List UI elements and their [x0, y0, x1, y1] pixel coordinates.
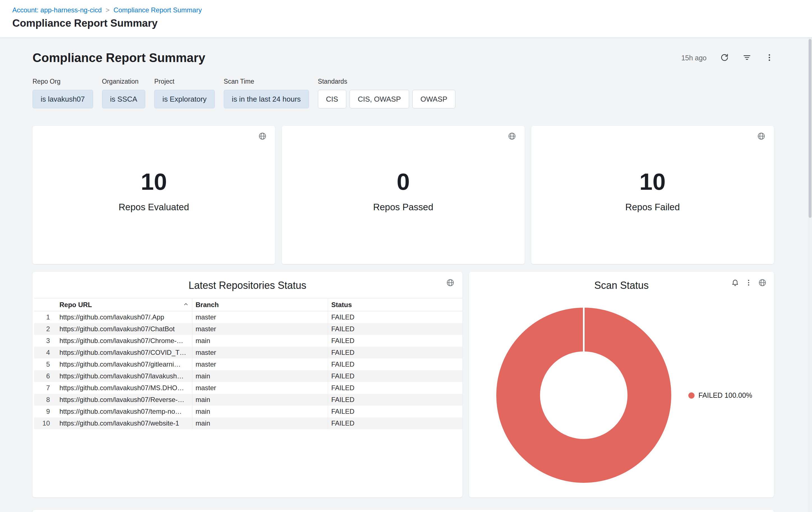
status-cell: FAILED — [328, 347, 462, 358]
filter-chip-organization[interactable]: is SSCA — [102, 90, 146, 108]
table-row: 4 https://github.com/lavakush07/COVID_T…… — [34, 347, 462, 358]
row-number: 5 — [34, 358, 56, 370]
row-number: 2 — [34, 323, 56, 335]
branch-cell: master — [192, 382, 328, 394]
status-cell: FAILED — [328, 406, 462, 417]
repo-url-cell: https://github.com/lavakush07/.App — [56, 311, 192, 323]
dashboard-content: Compliance Report Summary 15h ago — [0, 37, 812, 512]
refresh-icon — [720, 53, 729, 63]
row-number: 4 — [34, 347, 56, 358]
table-row: 2 https://github.com/lavakush07/ChatBot … — [34, 323, 462, 335]
breadcrumb-current-link[interactable]: Compliance Report Summary — [114, 6, 202, 14]
globe-icon — [758, 278, 766, 288]
filter-chip-repo-org[interactable]: is lavakush07 — [32, 90, 93, 108]
scan-status-title: Scan Status — [469, 272, 774, 291]
refresh-button[interactable] — [720, 53, 729, 63]
filter-chip-scan-time[interactable]: is in the last 24 hours — [224, 90, 309, 108]
repo-url-cell: https://github.com/lavakush07/ChatBot — [56, 323, 192, 335]
branch-cell: main — [192, 417, 328, 429]
kebab-menu-icon — [765, 53, 774, 63]
repo-table-title: Latest Repositories Status — [32, 272, 462, 291]
table-header-row: Repo URL Branch Sta — [34, 298, 462, 311]
stat-cards-row: 10 Repos Evaluated 0 Repos Passed — [32, 126, 774, 264]
page-title: Compliance Report Summary — [12, 18, 812, 29]
row-number: 1 — [34, 311, 56, 323]
dashboard-title: Compliance Report Summary — [32, 51, 205, 65]
table-row: 6 https://github.com/lavakush07/lavakush… — [34, 370, 462, 382]
branch-cell: master — [192, 358, 328, 370]
stat-value-repos-passed: 0 — [397, 170, 410, 193]
repo-url-cell: https://github.com/lavakush07/gitlearni… — [56, 358, 192, 370]
standards-option-cis-owasp[interactable]: CIS, OWASP — [350, 90, 409, 108]
row-number: 3 — [34, 335, 56, 347]
page-header: Account: app-harness-ng-cicd > Complianc… — [0, 0, 812, 37]
filter-icon — [743, 53, 751, 63]
sort-ascending-icon — [183, 301, 189, 309]
stat-label-repos-failed: Repos Failed — [625, 202, 680, 213]
status-cell: FAILED — [328, 394, 462, 406]
status-cell: FAILED — [328, 358, 462, 370]
last-updated-label: 15h ago — [682, 54, 706, 62]
legend-dot — [688, 393, 695, 399]
stat-label-repos-evaluated: Repos Evaluated — [119, 202, 189, 213]
repo-url-cell: https://github.com/lavakush07/lavakush… — [56, 370, 192, 382]
column-header-repo-url[interactable]: Repo URL — [56, 298, 192, 311]
standards-option-cis[interactable]: CIS — [318, 90, 346, 108]
branch-cell: main — [192, 394, 328, 406]
kebab-menu-icon — [745, 279, 753, 288]
stat-label-repos-passed: Repos Passed — [373, 202, 433, 213]
table-row: 9 https://github.com/lavakush07/temp-no…… — [34, 406, 462, 417]
stat-card-repos-evaluated: 10 Repos Evaluated — [32, 126, 275, 264]
repo-url-cell: https://github.com/lavakush07/website-1 — [56, 417, 192, 429]
dashboard-menu-button[interactable] — [765, 53, 774, 63]
status-cell: FAILED — [328, 417, 462, 429]
branch-cell: main — [192, 335, 328, 347]
repo-url-cell: https://github.com/lavakush07/MS.DHO… — [56, 382, 192, 394]
donut-legend-failed[interactable]: FAILED 100.00% — [688, 391, 752, 399]
row-number: 9 — [34, 406, 56, 417]
table-row: 10 https://github.com/lavakush07/website… — [34, 417, 462, 429]
table-row: 3 https://github.com/lavakush07/Chrome-…… — [34, 335, 462, 347]
branch-cell: main — [192, 370, 328, 382]
scrollbar-thumb[interactable] — [809, 39, 811, 218]
latest-repositories-card: Latest Repositories Status — [32, 272, 462, 497]
repo-url-cell: https://github.com/lavakush07/Chrome-… — [56, 335, 192, 347]
breadcrumb: Account: app-harness-ng-cicd > Complianc… — [12, 0, 812, 14]
branch-cell: master — [192, 323, 328, 335]
repo-url-cell: https://github.com/lavakush07/COVID_T… — [56, 347, 192, 358]
repo-url-cell: https://github.com/lavakush07/temp-no… — [56, 406, 192, 417]
branch-cell: main — [192, 406, 328, 417]
branch-cell: master — [192, 311, 328, 323]
filter-label-project: Project — [154, 78, 215, 85]
filter-button[interactable] — [743, 53, 751, 63]
filter-chip-project[interactable]: is Exploratory — [154, 90, 215, 108]
status-cell: FAILED — [328, 323, 462, 335]
breadcrumb-account-link[interactable]: Account: app-harness-ng-cicd — [12, 6, 102, 14]
filter-label-repo-org: Repo Org — [32, 78, 93, 85]
table-row: 8 https://github.com/lavakush07/Reverse-… — [34, 394, 462, 406]
table-row: 1 https://github.com/lavakush07/.App mas… — [34, 311, 462, 323]
status-cell: FAILED — [328, 370, 462, 382]
table-row: 7 https://github.com/lavakush07/MS.DHO… … — [34, 382, 462, 394]
stat-card-repos-passed: 0 Repos Passed — [282, 126, 524, 264]
status-cell: FAILED — [328, 311, 462, 323]
tile-menu-button[interactable] — [745, 279, 753, 288]
stat-value-repos-failed: 10 — [640, 170, 666, 193]
column-header-branch[interactable]: Branch — [192, 298, 328, 311]
explore-button[interactable] — [758, 278, 766, 288]
row-number: 10 — [34, 417, 56, 429]
filter-label-standards: Standards — [318, 78, 456, 85]
standards-option-owasp[interactable]: OWASP — [412, 90, 456, 108]
filter-label-scan-time: Scan Time — [224, 78, 309, 85]
row-number: 6 — [34, 370, 56, 382]
alerts-button[interactable] — [731, 279, 739, 288]
filter-label-organization: Organization — [102, 78, 146, 85]
stat-value-repos-evaluated: 10 — [141, 170, 167, 193]
scan-status-donut-chart[interactable] — [495, 307, 672, 484]
next-card-partial — [32, 510, 774, 512]
bell-icon — [731, 279, 739, 288]
breadcrumb-separator: > — [106, 6, 110, 14]
explore-button[interactable] — [446, 278, 455, 288]
column-header-status[interactable]: Status — [328, 298, 462, 311]
branch-cell: master — [192, 347, 328, 358]
